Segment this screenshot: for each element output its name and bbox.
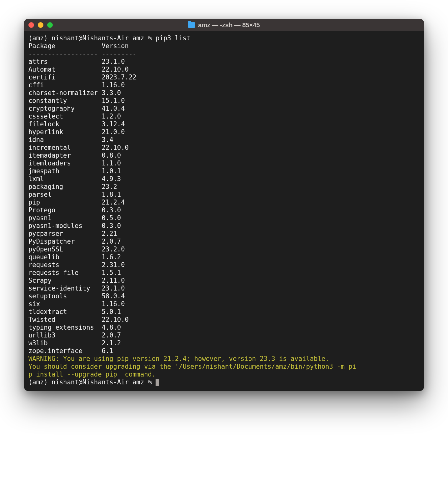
package-row: urllib3 2.0.7 — [28, 332, 121, 339]
package-row: itemloaders 1.1.0 — [28, 159, 121, 167]
cursor — [156, 379, 159, 386]
package-row: certifi 2023.7.22 — [28, 73, 137, 81]
package-row: charset-normalizer 3.3.0 — [28, 89, 121, 97]
title-center: amz — -zsh — 85×45 — [24, 22, 424, 29]
package-row: lxml 4.9.3 — [28, 175, 121, 183]
package-row: cssselect 1.2.0 — [28, 113, 121, 120]
package-row: PyDispatcher 2.0.7 — [28, 238, 121, 245]
package-row: Twisted 22.10.0 — [28, 316, 129, 323]
package-row: requests-file 1.5.1 — [28, 269, 121, 276]
package-row: parsel 1.8.1 — [28, 191, 121, 198]
package-row: zope.interface 6.1 — [28, 347, 113, 355]
package-row: jmespath 1.0.1 — [28, 167, 121, 175]
package-row: filelock 3.12.4 — [28, 120, 125, 128]
terminal-window: amz — -zsh — 85×45 (amz) nishant@Nishant… — [24, 19, 424, 391]
window-title: amz — -zsh — 85×45 — [198, 22, 260, 29]
package-row: Scrapy 2.11.0 — [28, 277, 125, 284]
package-row: w3lib 2.1.2 — [28, 339, 121, 347]
package-row: hyperlink 21.0.0 — [28, 128, 125, 136]
prompt-line: (amz) nishant@Nishants-Air amz % — [28, 378, 156, 386]
package-row: pyOpenSSL 23.2.0 — [28, 246, 125, 253]
warning-line: You should consider upgrading via the '/… — [28, 363, 356, 370]
package-row: constantly 15.1.0 — [28, 97, 125, 104]
titlebar[interactable]: amz — -zsh — 85×45 — [24, 19, 424, 31]
package-row: pyasn1-modules 0.3.0 — [28, 222, 121, 230]
package-row: service-identity 23.1.0 — [28, 285, 125, 292]
package-row: Automat 22.10.0 — [28, 66, 129, 73]
close-icon[interactable] — [28, 22, 34, 28]
warning-line: WARNING: You are using pip version 21.2.… — [28, 355, 329, 362]
package-row: Protego 0.3.0 — [28, 206, 121, 214]
package-row: cryptography 41.0.4 — [28, 105, 125, 112]
package-row: attrs 23.1.0 — [28, 58, 125, 65]
package-row: queuelib 1.6.2 — [28, 253, 121, 261]
prompt-line: (amz) nishant@Nishants-Air amz % pip3 li… — [28, 34, 190, 42]
package-row: pycparser 2.21 — [28, 230, 117, 237]
minimize-icon[interactable] — [38, 22, 43, 28]
maximize-icon[interactable] — [47, 22, 53, 28]
package-row: setuptools 58.0.4 — [28, 292, 125, 300]
package-row: idna 3.4 — [28, 136, 113, 144]
table-separator: ------------------ --------- — [28, 50, 137, 58]
package-row: incremental 22.10.0 — [28, 144, 129, 151]
package-row: tldextract 5.0.1 — [28, 308, 121, 316]
package-row: cffi 1.16.0 — [28, 81, 125, 89]
window-controls — [28, 22, 53, 28]
package-row: pip 21.2.4 — [28, 199, 125, 206]
package-row: six 1.16.0 — [28, 300, 125, 308]
package-row: typing_extensions 4.8.0 — [28, 324, 121, 331]
package-row: pyasn1 0.5.0 — [28, 214, 121, 222]
terminal-output[interactable]: (amz) nishant@Nishants-Air amz % pip3 li… — [24, 31, 424, 391]
package-row: itemadapter 0.8.0 — [28, 152, 121, 159]
table-header: Package Version — [28, 42, 129, 50]
package-row: requests 2.31.0 — [28, 261, 125, 269]
folder-icon — [188, 22, 195, 28]
warning-line: p install --upgrade pip' command. — [28, 371, 156, 378]
package-row: packaging 23.2 — [28, 183, 117, 190]
